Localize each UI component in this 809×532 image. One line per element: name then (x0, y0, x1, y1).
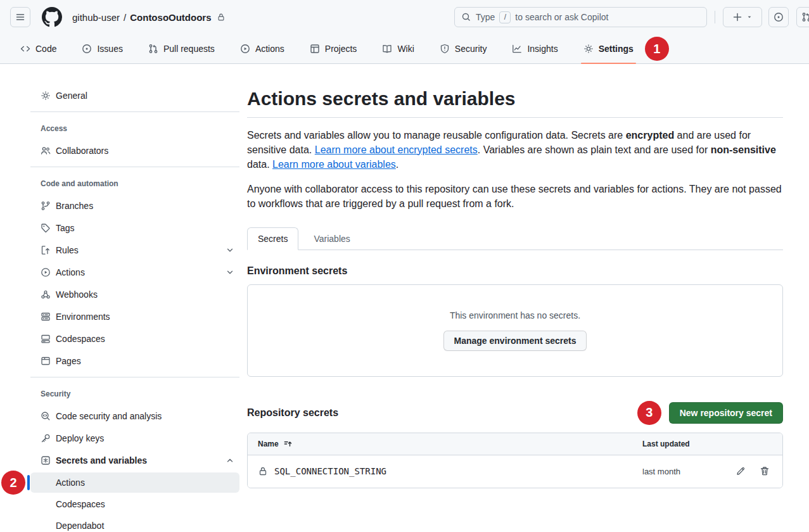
sidebar-item-codespaces[interactable]: Codespaces (30, 327, 239, 350)
sidebar-item-collaborators[interactable]: Collaborators (30, 139, 239, 162)
edit-secret-button[interactable] (736, 466, 746, 476)
sidebar-item-pages[interactable]: Pages (30, 350, 239, 372)
rules-icon (41, 245, 51, 255)
sidebar-item-label: Collaborators (56, 146, 108, 156)
sidebar-item-label: Webhooks (56, 289, 98, 300)
repo-name-link[interactable]: ContosoOutdoors (130, 12, 211, 23)
manage-environment-secrets-button[interactable]: Manage environment secrets (443, 331, 587, 351)
sidebar-item-branches[interactable]: Branches (30, 194, 239, 217)
plus-icon (732, 12, 742, 22)
tab-label: Issues (97, 44, 122, 54)
tab-issues[interactable]: Issues (75, 34, 129, 63)
issue-opened-icon (82, 44, 92, 54)
sidebar-item-label: General (56, 91, 87, 101)
sidebar-subitem-codespaces[interactable]: Codespaces (30, 494, 239, 514)
active-tab-underline (581, 63, 636, 64)
chevron-down-icon (226, 268, 234, 277)
sidebar-item-actions[interactable]: Actions (30, 261, 239, 283)
sidebar-item-label: Rules (56, 245, 220, 255)
sidebar-item-rules[interactable]: Rules (30, 239, 239, 261)
tab-label: Projects (325, 44, 357, 54)
tab-label: Wiki (397, 44, 414, 54)
tab-label: Actions (255, 44, 284, 54)
column-header-name[interactable]: Name (258, 439, 642, 448)
book-icon (382, 44, 392, 54)
header-divider (715, 11, 715, 23)
server-icon (41, 312, 51, 322)
pencil-icon (736, 466, 746, 476)
intro-text: Secrets and variables allow you to manag… (247, 130, 626, 141)
search-placeholder-before: Type (476, 12, 495, 22)
breadcrumb-separator: / (124, 12, 126, 23)
sidebar-item-secrets-and-variables[interactable]: Secrets and variables (30, 449, 239, 471)
empty-message: This environment has no secrets. (450, 310, 580, 320)
hamburger-menu-button[interactable] (10, 7, 30, 27)
sidebar-item-code-security[interactable]: Code security and analysis (30, 405, 239, 427)
sidebar-section-access: Access (30, 117, 239, 139)
sidebar-subitem-dependabot[interactable]: Dependabot (30, 516, 239, 532)
codescan-icon (41, 411, 51, 421)
sidebar-item-webhooks[interactable]: Webhooks (30, 283, 239, 305)
settings-sidebar: General Access Collaborators Code and au… (0, 64, 247, 532)
environment-secrets-heading: Environment secrets (247, 265, 783, 277)
annotation-step-1: 1 (645, 37, 669, 61)
sidebar-item-label: Code security and analysis (56, 411, 162, 421)
secret-last-updated: last month (642, 467, 680, 476)
repo-owner-link[interactable]: github-user (72, 12, 120, 23)
slash-key-hint: / (499, 11, 511, 23)
sidebar-subitem-label: Actions (56, 478, 85, 488)
people-icon (41, 146, 51, 156)
tab-insights[interactable]: Insights (506, 34, 564, 63)
tab-secrets[interactable]: Secrets (247, 227, 298, 250)
git-pull-request-icon (148, 44, 158, 54)
repository-secrets-table: Name Last updated SQL_CONNECTION_STRING … (247, 433, 783, 488)
play-circle-icon (41, 267, 51, 277)
sidebar-item-environments[interactable]: Environments (30, 305, 239, 327)
encrypted-secrets-link[interactable]: Learn more about encrypted secrets (315, 144, 478, 155)
intro-paragraph-1: Secrets and variables allow you to manag… (247, 128, 783, 172)
column-header-last-updated: Last updated (642, 440, 772, 448)
sidebar-item-label: Deploy keys (56, 433, 104, 443)
intro-text: . (396, 159, 398, 170)
sidebar-item-label: Pages (56, 356, 81, 366)
tab-code[interactable]: Code (14, 34, 63, 63)
tab-pull-requests[interactable]: Pull requests (142, 34, 221, 63)
global-header: github-user / ContosoOutdoors Type / to … (0, 0, 809, 34)
breadcrumb: github-user / ContosoOutdoors (72, 12, 226, 23)
key-icon (41, 433, 51, 443)
repository-secrets-header: Repository secrets 3 New repository secr… (247, 401, 783, 425)
search-icon (461, 12, 471, 22)
tab-security[interactable]: Security (433, 34, 494, 63)
secret-row: SQL_CONNECTION_STRING last month (248, 455, 782, 488)
issues-dashboard-button[interactable] (768, 7, 789, 27)
sidebar-item-tags[interactable]: Tags (30, 217, 239, 239)
tab-label: Pull requests (163, 44, 215, 54)
sidebar-item-label: Tags (56, 223, 75, 233)
hamburger-icon (15, 12, 25, 22)
create-new-button[interactable] (723, 7, 762, 27)
issue-opened-icon (774, 12, 784, 22)
code-icon (20, 44, 30, 54)
sidebar-subitem-actions[interactable]: 2 Actions (30, 472, 239, 493)
tab-projects[interactable]: Projects (303, 34, 364, 63)
webhook-icon (41, 289, 51, 300)
delete-secret-button[interactable] (760, 466, 770, 476)
tab-settings[interactable]: Settings 1 (577, 34, 640, 63)
tab-label: Security (455, 44, 487, 54)
sidebar-item-deploy-keys[interactable]: Deploy keys (30, 427, 239, 449)
github-logo-icon[interactable] (42, 7, 62, 27)
new-repository-secret-button[interactable]: New repository secret (669, 402, 783, 424)
tab-actions[interactable]: Actions (234, 34, 291, 63)
sidebar-item-general[interactable]: General (30, 84, 239, 106)
intro-text: data. (247, 159, 272, 170)
sidebar-item-label: Actions (56, 267, 220, 277)
repo-nav-tabs: Code Issues Pull requests Actions Projec… (0, 34, 809, 64)
secret-name-cell: SQL_CONNECTION_STRING (258, 466, 642, 476)
tab-wiki[interactable]: Wiki (376, 34, 420, 63)
pull-requests-dashboard-button[interactable] (796, 7, 809, 27)
tab-variables[interactable]: Variables (303, 228, 360, 250)
global-search-input[interactable]: Type / to search or ask Copilot (454, 7, 707, 27)
sort-ascending-icon (283, 439, 293, 448)
sidebar-item-label: Codespaces (56, 334, 105, 344)
variables-link[interactable]: Learn more about variables (272, 159, 396, 170)
